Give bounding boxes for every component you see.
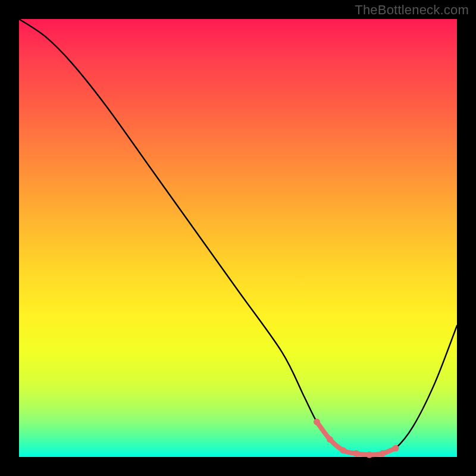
watermark-text: TheBottleneck.com [355,2,469,18]
plot-area [19,19,457,457]
valley-point [392,445,399,452]
valley-point [327,436,333,443]
valley-point [314,419,320,425]
chart-frame: TheBottleneck.com [0,0,476,476]
valley-point [366,452,372,458]
curve-layer [19,19,457,457]
bottleneck-curve-path [19,19,457,455]
valley-point [379,450,386,457]
valley-point [340,447,346,453]
valley-point [353,450,359,457]
